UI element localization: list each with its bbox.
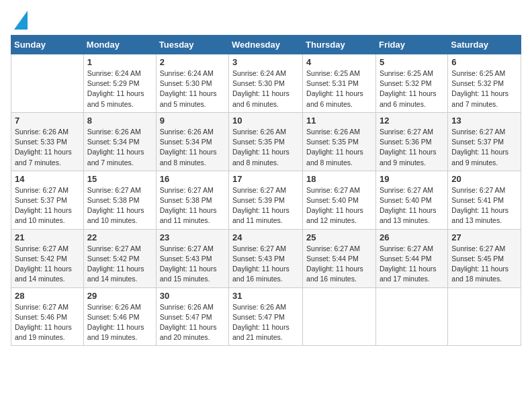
- calendar-cell: 2Sunrise: 6:24 AM Sunset: 5:30 PM Daylig…: [156, 54, 228, 113]
- day-number: 16: [160, 174, 225, 184]
- calendar-cell: 26Sunrise: 6:27 AM Sunset: 5:44 PM Dayli…: [375, 229, 447, 287]
- day-number: 19: [380, 174, 444, 184]
- day-header-monday: Monday: [83, 36, 156, 54]
- day-header-wednesday: Wednesday: [229, 36, 303, 54]
- day-info: Sunrise: 6:27 AM Sunset: 5:37 PM Dayligh…: [451, 127, 517, 168]
- day-info: Sunrise: 6:26 AM Sunset: 5:33 PM Dayligh…: [15, 127, 80, 168]
- day-number: 12: [380, 116, 444, 126]
- calendar-cell: 27Sunrise: 6:27 AM Sunset: 5:45 PM Dayli…: [448, 229, 521, 287]
- calendar-cell: 3Sunrise: 6:24 AM Sunset: 5:30 PM Daylig…: [229, 54, 303, 113]
- calendar-cell: 8Sunrise: 6:26 AM Sunset: 5:34 PM Daylig…: [83, 112, 156, 171]
- day-number: 8: [87, 116, 152, 126]
- day-header-thursday: Thursday: [303, 36, 376, 54]
- day-number: 26: [380, 232, 444, 242]
- day-info: Sunrise: 6:24 AM Sunset: 5:29 PM Dayligh…: [87, 68, 152, 109]
- day-number: 23: [160, 232, 225, 242]
- day-number: 2: [160, 57, 225, 67]
- calendar-cell: 10Sunrise: 6:26 AM Sunset: 5:35 PM Dayli…: [229, 112, 303, 171]
- day-number: 27: [451, 232, 517, 242]
- day-number: 31: [232, 291, 299, 301]
- day-info: Sunrise: 6:27 AM Sunset: 5:42 PM Dayligh…: [87, 244, 152, 285]
- calendar-cell: 31Sunrise: 6:26 AM Sunset: 5:47 PM Dayli…: [229, 287, 303, 346]
- day-number: 11: [306, 116, 372, 126]
- calendar-cell: 29Sunrise: 6:26 AM Sunset: 5:46 PM Dayli…: [83, 287, 156, 346]
- day-info: Sunrise: 6:27 AM Sunset: 5:36 PM Dayligh…: [380, 127, 444, 168]
- day-header-saturday: Saturday: [448, 36, 521, 54]
- day-number: 9: [160, 116, 225, 126]
- day-info: Sunrise: 6:27 AM Sunset: 5:44 PM Dayligh…: [306, 244, 372, 285]
- day-info: Sunrise: 6:27 AM Sunset: 5:40 PM Dayligh…: [380, 185, 444, 226]
- day-number: 25: [306, 232, 372, 242]
- calendar-cell: 15Sunrise: 6:27 AM Sunset: 5:38 PM Dayli…: [83, 171, 156, 229]
- calendar-cell: 16Sunrise: 6:27 AM Sunset: 5:38 PM Dayli…: [156, 171, 228, 229]
- day-info: Sunrise: 6:26 AM Sunset: 5:47 PM Dayligh…: [232, 302, 299, 343]
- day-info: Sunrise: 6:25 AM Sunset: 5:31 PM Dayligh…: [306, 68, 372, 109]
- day-number: 7: [15, 116, 80, 126]
- calendar-cell: 13Sunrise: 6:27 AM Sunset: 5:37 PM Dayli…: [448, 112, 521, 171]
- calendar-cell: 7Sunrise: 6:26 AM Sunset: 5:33 PM Daylig…: [11, 112, 84, 171]
- day-number: 13: [451, 116, 517, 126]
- day-number: 3: [232, 57, 299, 67]
- day-info: Sunrise: 6:26 AM Sunset: 5:47 PM Dayligh…: [160, 302, 225, 343]
- day-number: 6: [451, 57, 517, 67]
- day-number: 22: [87, 232, 152, 242]
- day-info: Sunrise: 6:26 AM Sunset: 5:35 PM Dayligh…: [232, 127, 299, 168]
- calendar-cell: 25Sunrise: 6:27 AM Sunset: 5:44 PM Dayli…: [303, 229, 376, 287]
- week-row-3: 14Sunrise: 6:27 AM Sunset: 5:37 PM Dayli…: [11, 171, 521, 229]
- page-header: [11, 11, 521, 30]
- calendar-cell: 9Sunrise: 6:26 AM Sunset: 5:34 PM Daylig…: [156, 112, 228, 171]
- calendar-cell: 19Sunrise: 6:27 AM Sunset: 5:40 PM Dayli…: [375, 171, 447, 229]
- day-info: Sunrise: 6:27 AM Sunset: 5:42 PM Dayligh…: [15, 244, 80, 285]
- day-header-friday: Friday: [375, 36, 447, 54]
- calendar-cell: 6Sunrise: 6:25 AM Sunset: 5:32 PM Daylig…: [448, 54, 521, 113]
- calendar-cell: 12Sunrise: 6:27 AM Sunset: 5:36 PM Dayli…: [375, 112, 447, 171]
- week-row-4: 21Sunrise: 6:27 AM Sunset: 5:42 PM Dayli…: [11, 229, 521, 287]
- day-number: 10: [232, 116, 299, 126]
- calendar-table: SundayMondayTuesdayWednesdayThursdayFrid…: [11, 35, 521, 346]
- calendar-cell: 1Sunrise: 6:24 AM Sunset: 5:29 PM Daylig…: [83, 54, 156, 113]
- calendar-cell: 17Sunrise: 6:27 AM Sunset: 5:39 PM Dayli…: [229, 171, 303, 229]
- day-header-tuesday: Tuesday: [156, 36, 228, 54]
- day-info: Sunrise: 6:27 AM Sunset: 5:43 PM Dayligh…: [160, 244, 225, 285]
- day-info: Sunrise: 6:26 AM Sunset: 5:35 PM Dayligh…: [306, 127, 372, 168]
- day-number: 17: [232, 174, 299, 184]
- calendar-cell: [375, 287, 447, 346]
- day-info: Sunrise: 6:27 AM Sunset: 5:44 PM Dayligh…: [380, 244, 444, 285]
- day-number: 1: [87, 57, 152, 67]
- calendar-cell: 18Sunrise: 6:27 AM Sunset: 5:40 PM Dayli…: [303, 171, 376, 229]
- calendar-cell: 30Sunrise: 6:26 AM Sunset: 5:47 PM Dayli…: [156, 287, 228, 346]
- day-info: Sunrise: 6:24 AM Sunset: 5:30 PM Dayligh…: [160, 68, 225, 109]
- day-info: Sunrise: 6:27 AM Sunset: 5:39 PM Dayligh…: [232, 185, 299, 226]
- day-info: Sunrise: 6:27 AM Sunset: 5:40 PM Dayligh…: [306, 185, 372, 226]
- calendar-cell: 4Sunrise: 6:25 AM Sunset: 5:31 PM Daylig…: [303, 54, 376, 113]
- calendar-cell: 21Sunrise: 6:27 AM Sunset: 5:42 PM Dayli…: [11, 229, 84, 287]
- day-info: Sunrise: 6:27 AM Sunset: 5:46 PM Dayligh…: [15, 302, 80, 343]
- calendar-cell: 20Sunrise: 6:27 AM Sunset: 5:41 PM Dayli…: [448, 171, 521, 229]
- day-info: Sunrise: 6:27 AM Sunset: 5:38 PM Dayligh…: [160, 185, 225, 226]
- day-number: 20: [451, 174, 517, 184]
- day-number: 4: [306, 57, 372, 67]
- day-number: 24: [232, 232, 299, 242]
- day-info: Sunrise: 6:24 AM Sunset: 5:30 PM Dayligh…: [232, 68, 299, 109]
- days-header-row: SundayMondayTuesdayWednesdayThursdayFrid…: [11, 36, 521, 54]
- day-number: 21: [15, 232, 80, 242]
- day-header-sunday: Sunday: [11, 36, 84, 54]
- day-info: Sunrise: 6:27 AM Sunset: 5:43 PM Dayligh…: [232, 244, 299, 285]
- logo-arrow-icon: [14, 11, 28, 30]
- calendar-cell: 24Sunrise: 6:27 AM Sunset: 5:43 PM Dayli…: [229, 229, 303, 287]
- day-info: Sunrise: 6:25 AM Sunset: 5:32 PM Dayligh…: [380, 68, 444, 109]
- day-info: Sunrise: 6:26 AM Sunset: 5:34 PM Dayligh…: [87, 127, 152, 168]
- calendar-cell: [11, 54, 84, 113]
- calendar-cell: [303, 287, 376, 346]
- day-info: Sunrise: 6:27 AM Sunset: 5:38 PM Dayligh…: [87, 185, 152, 226]
- calendar-cell: 22Sunrise: 6:27 AM Sunset: 5:42 PM Dayli…: [83, 229, 156, 287]
- day-info: Sunrise: 6:27 AM Sunset: 5:41 PM Dayligh…: [451, 185, 517, 226]
- day-info: Sunrise: 6:25 AM Sunset: 5:32 PM Dayligh…: [451, 68, 517, 109]
- day-number: 14: [15, 174, 80, 184]
- day-info: Sunrise: 6:26 AM Sunset: 5:46 PM Dayligh…: [87, 302, 152, 343]
- calendar-cell: 23Sunrise: 6:27 AM Sunset: 5:43 PM Dayli…: [156, 229, 228, 287]
- calendar-cell: 28Sunrise: 6:27 AM Sunset: 5:46 PM Dayli…: [11, 287, 84, 346]
- day-number: 18: [306, 174, 372, 184]
- day-number: 5: [380, 57, 444, 67]
- day-number: 29: [87, 291, 152, 301]
